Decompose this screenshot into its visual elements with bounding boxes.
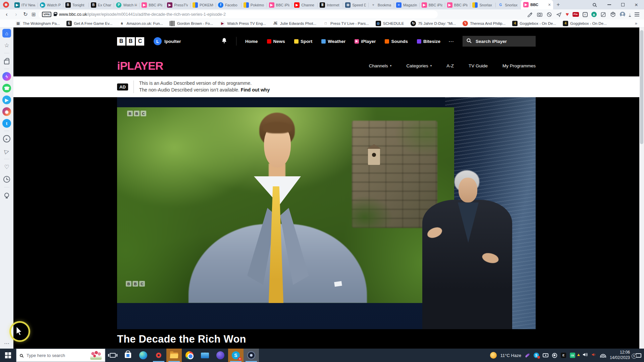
page-scrollbar[interactable] <box>639 27 644 349</box>
sidebar-setup-cube-icon[interactable] <box>610 11 616 17</box>
favorites-heart-icon[interactable]: ♡ <box>2 162 11 172</box>
browser-tab[interactable]: POKEMO <box>190 1 216 9</box>
taskbar-app-edge[interactable] <box>136 349 151 362</box>
browser-tab[interactable]: BEx Chan <box>89 1 114 9</box>
bbc-nav-sounds[interactable]: Sounds <box>385 39 408 44</box>
iplayer-nav-categories[interactable]: Categories▾ <box>406 63 432 68</box>
extension-heart-icon[interactable]: ♥ <box>566 11 569 17</box>
browser-tab[interactable]: GSnorlax <box>495 1 521 9</box>
bbc-logo[interactable]: B B C <box>117 37 144 46</box>
task-view-button[interactable] <box>105 349 120 362</box>
browser-tab[interactable]: ⅢInternet <box>317 1 343 9</box>
workspace-icon[interactable]: ⌂ <box>2 29 11 38</box>
bookmarks-overflow-chevron[interactable]: » <box>635 21 639 26</box>
taskbar-app-media[interactable] <box>213 349 228 362</box>
iplayer-search-box[interactable] <box>463 36 536 47</box>
browser-tab[interactable]: ▶BBC iPla <box>445 1 470 9</box>
opera-logo-icon[interactable] <box>3 2 9 8</box>
browser-tab[interactable]: ▶ITV New <box>12 1 38 9</box>
notifications-bell-icon[interactable] <box>221 38 227 45</box>
history-icon[interactable] <box>2 175 11 184</box>
forward-button[interactable]: › <box>13 12 19 17</box>
iplayer-logo[interactable]: iPLAYER <box>117 59 163 72</box>
browser-tab[interactable]: ≡Magazin <box>394 1 419 9</box>
bookmark-item[interactable]: ↻75 Jahre D-Day: "Mi... <box>411 21 456 26</box>
minimize-button[interactable] <box>607 4 611 5</box>
taskbar-search-box[interactable] <box>16 349 105 362</box>
bbc-nav-news[interactable]: News <box>267 39 285 44</box>
bookmark-edit-icon[interactable] <box>527 11 533 17</box>
bookmark-item[interactable]: 4Gogglebox - On De... <box>512 21 556 26</box>
bookmark-item[interactable]: JEJulie Edwards Phot... <box>273 21 316 26</box>
player-icon[interactable]: ▸ <box>2 134 11 143</box>
close-window-button[interactable]: × <box>635 2 638 8</box>
amazon-extension-icon[interactable]: a <box>591 12 597 17</box>
pinterest-extension-icon[interactable]: Pin <box>573 12 579 17</box>
account-button[interactable]: L lpoulter <box>154 37 181 45</box>
bbc-nav-iplayer[interactable]: ▶iPlayer <box>355 39 376 44</box>
sidebar-more-icon[interactable]: ⋯ <box>4 340 9 347</box>
browser-tab[interactable]: ▶BBC iPla <box>139 1 165 9</box>
red-speaker-icon[interactable] <box>592 352 596 358</box>
more-menu-icon[interactable]: ⋯ <box>448 38 454 45</box>
downloads-icon[interactable]: ↓ <box>629 12 631 17</box>
bookmark-item[interactable]: ◎SCHEDULE <box>376 21 404 26</box>
search-daily-image[interactable] <box>90 351 102 360</box>
extensions-bulb-icon[interactable] <box>2 190 11 200</box>
screen-capture-tray-icon[interactable] <box>543 353 548 357</box>
scrollbar-thumb[interactable] <box>640 30 643 144</box>
easy-setup-icon[interactable] <box>635 12 639 16</box>
browser-tab[interactable]: ▶BBC iPla <box>419 1 445 9</box>
bookmark-item[interactable]: Gordon Brown - Fo... <box>170 21 213 26</box>
action-center-button[interactable]: 5 <box>634 353 641 358</box>
browser-tab[interactable]: ▶Watch P <box>38 1 63 9</box>
speed-dial-icon[interactable]: ⊞ <box>32 11 36 17</box>
star-icon[interactable]: ☆ <box>2 41 11 50</box>
flow-icon[interactable]: ▷ <box>1 145 12 157</box>
bbc-nav-home[interactable]: Home <box>245 39 258 44</box>
tab-search-icon[interactable] <box>593 3 596 6</box>
bbc-nav-bitesize[interactable]: Bitesize <box>417 39 440 44</box>
weather-sun-icon[interactable] <box>490 352 497 359</box>
url-field[interactable]: VPN www.bbc.co.uk/iplayer/episode/m00144… <box>39 10 438 18</box>
iplayer-nav-tv-guide[interactable]: TV Guide <box>469 63 488 68</box>
epic-games-tray-icon[interactable]: E <box>561 353 566 358</box>
crossed-box-icon[interactable] <box>600 11 606 17</box>
iplayer-nav-my-programmes[interactable]: My Programmes <box>502 63 536 68</box>
flow-send-icon[interactable] <box>556 11 562 17</box>
search-input[interactable] <box>475 39 532 44</box>
find-out-why-link[interactable]: Find out why <box>241 87 270 93</box>
taskbar-search-input[interactable] <box>26 353 76 358</box>
speaker-icon[interactable] <box>583 352 588 358</box>
start-button[interactable] <box>0 349 16 362</box>
snapshot-camera-icon[interactable] <box>537 11 543 17</box>
taskbar-app-store[interactable] <box>120 349 136 362</box>
pocket-extension-icon[interactable]: ∨ <box>583 12 588 17</box>
record-tray-icon[interactable] <box>552 353 557 358</box>
browser-tab[interactable]: BTonight <box>63 1 89 9</box>
instagram-icon[interactable]: ◉ <box>2 107 11 116</box>
bookmark-item[interactable]: EGet A Free Game Ev... <box>66 21 112 26</box>
video-player[interactable]: B B C B B C <box>117 97 536 329</box>
new-tab-button[interactable]: + <box>553 1 563 8</box>
iplayer-nav-a-z[interactable]: A-Z <box>446 63 454 68</box>
reload-button[interactable]: ↻ <box>22 12 29 17</box>
feather-tray-icon[interactable] <box>525 353 530 358</box>
adblock-icon[interactable] <box>546 11 552 17</box>
taskbar-app-file-explorer[interactable] <box>166 349 182 362</box>
lock-icon[interactable] <box>54 14 57 16</box>
browser-tab[interactable]: ♥Bookma <box>368 1 394 9</box>
weather-text[interactable]: 11°C Haze <box>500 353 521 358</box>
tray-clock[interactable]: 12:06 14/02/2023 <box>610 350 630 360</box>
profile-avatar[interactable] <box>620 12 625 17</box>
green-app-tray-icon[interactable]: CE <box>570 353 575 358</box>
browser-tab[interactable]: ▶PressTV <box>165 1 190 9</box>
browser-tab[interactable]: ⊞Speed D <box>343 1 368 9</box>
taskbar-app-opera[interactable] <box>151 349 166 362</box>
bookmark-item[interactable]: ϟTheresa And Philip... <box>463 21 505 26</box>
twitter-icon[interactable]: t <box>2 119 11 128</box>
browser-tab[interactable]: ▶BBC× <box>521 0 553 9</box>
bbc-nav-sport[interactable]: Sport <box>294 39 312 44</box>
browser-tab[interactable]: fFacebo <box>216 1 241 9</box>
browser-tab[interactable]: PWatch H <box>114 1 139 9</box>
